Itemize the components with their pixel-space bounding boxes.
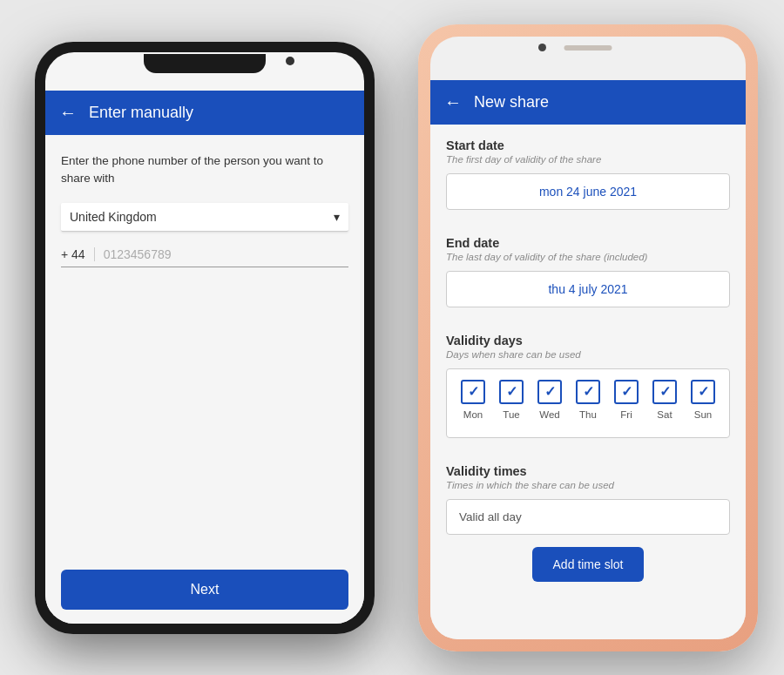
day-sat-label: Sat	[657, 409, 672, 420]
day-sun-label: Sun	[694, 409, 712, 420]
check-fri-icon: ✓	[614, 380, 639, 404]
phone-input-row: + 44 0123456789	[61, 247, 348, 267]
check-thu-icon: ✓	[576, 380, 600, 404]
next-button[interactable]: Next	[61, 570, 348, 610]
start-date-section: Start date The first day of validity of …	[446, 138, 730, 224]
day-mon[interactable]: ✓ Mon	[461, 380, 485, 420]
phone-rose-screen: ← New share Start date The first day of …	[430, 37, 746, 639]
phone-black-screen: ← Enter manually Enter the phone number …	[45, 52, 364, 624]
country-label: United Kingdom	[70, 210, 157, 224]
day-sat[interactable]: ✓ Sat	[652, 380, 677, 420]
day-tue[interactable]: ✓ Tue	[499, 380, 524, 420]
start-date-button[interactable]: mon 24 june 2021	[446, 173, 730, 210]
back-button-rose[interactable]: ←	[444, 92, 462, 112]
end-date-label: End date	[446, 236, 730, 250]
front-camera-icon	[538, 44, 546, 51]
validity-days-box: ✓ Mon ✓ Tue ✓ Wed	[446, 368, 730, 438]
speaker	[564, 45, 612, 51]
app-rose-body: Start date The first day of validity of …	[430, 125, 746, 608]
check-mon-icon: ✓	[461, 380, 485, 404]
app-new-share: ← New share Start date The first day of …	[430, 80, 746, 639]
add-time-row: Add time slot	[446, 547, 730, 582]
check-sun-icon: ✓	[691, 380, 715, 404]
add-time-slot-button[interactable]: Add time slot	[532, 547, 645, 582]
validity-times-label: Validity times	[446, 464, 730, 478]
day-wed[interactable]: ✓ Wed	[537, 380, 562, 420]
screen-title: Enter manually	[89, 104, 193, 122]
validity-times-section: Validity times Times in which the share …	[446, 464, 730, 582]
scene: ← Enter manually Enter the phone number …	[17, 16, 767, 660]
check-wed-icon: ✓	[537, 380, 562, 404]
day-fri[interactable]: ✓ Fri	[614, 380, 639, 420]
app-enter-manually: ← Enter manually Enter the phone number …	[45, 91, 364, 624]
end-date-sublabel: The last day of validity of the share (i…	[446, 252, 730, 262]
back-button[interactable]: ←	[59, 103, 77, 123]
app-body: Enter the phone number of the person you…	[45, 135, 364, 624]
validity-days-section: Validity days Days when share can be use…	[446, 334, 730, 452]
instruction-text: Enter the phone number of the person you…	[61, 152, 348, 188]
country-code: + 44	[61, 247, 95, 261]
validity-times-sublabel: Times in which the share can be used	[446, 480, 730, 490]
validity-days-sublabel: Days when share can be used	[446, 349, 730, 360]
app-header: ← Enter manually	[45, 91, 364, 135]
validity-days-label: Validity days	[446, 334, 730, 348]
camera-icon	[286, 57, 294, 65]
phone-rose: ← New share Start date The first day of …	[418, 24, 758, 651]
day-wed-label: Wed	[539, 409, 559, 420]
day-thu-label: Thu	[579, 409, 597, 420]
day-tue-label: Tue	[503, 409, 519, 420]
day-thu[interactable]: ✓ Thu	[576, 380, 600, 420]
day-mon-label: Mon	[463, 409, 483, 420]
day-fri-label: Fri	[620, 409, 632, 420]
end-date-button[interactable]: thu 4 july 2021	[446, 271, 730, 307]
country-dropdown[interactable]: United Kingdom ▾	[61, 203, 348, 232]
check-sat-icon: ✓	[652, 380, 677, 404]
days-checkboxes: ✓ Mon ✓ Tue ✓ Wed	[454, 380, 722, 420]
end-date-section: End date The last day of validity of the…	[446, 236, 730, 321]
new-share-title: New share	[474, 93, 549, 111]
check-tue-icon: ✓	[499, 380, 524, 404]
start-date-sublabel: The first day of validity of the share	[446, 154, 730, 165]
notch	[144, 54, 266, 73]
validity-time-box: Valid all day	[446, 499, 730, 535]
phone-number-input[interactable]: 0123456789	[104, 247, 348, 261]
phone-black: ← Enter manually Enter the phone number …	[35, 42, 375, 634]
day-sun[interactable]: ✓ Sun	[691, 380, 715, 420]
app-header-rose: ← New share	[430, 80, 746, 125]
dropdown-arrow-icon: ▾	[334, 210, 340, 224]
start-date-label: Start date	[446, 138, 730, 152]
